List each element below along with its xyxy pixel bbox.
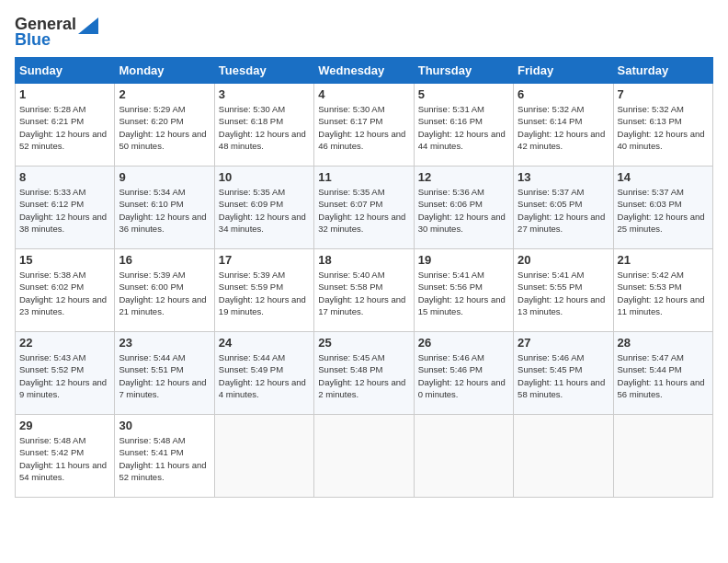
cell-info: Sunrise: 5:40 AMSunset: 5:58 PMDaylight:… (318, 270, 405, 316)
table-row: 19Sunrise: 5:41 AMSunset: 5:56 PMDayligh… (414, 249, 513, 332)
day-number: 12 (418, 170, 509, 184)
weekday-header-tuesday: Tuesday (214, 58, 313, 84)
weekday-header-saturday: Saturday (613, 58, 712, 84)
table-row (214, 415, 313, 498)
cell-info: Sunrise: 5:43 AMSunset: 5:52 PMDaylight:… (19, 352, 107, 399)
day-number: 24 (219, 336, 310, 350)
table-row: 20Sunrise: 5:41 AMSunset: 5:55 PMDayligh… (514, 249, 613, 332)
cell-info: Sunrise: 5:42 AMSunset: 5:53 PMDaylight:… (618, 270, 705, 316)
logo: General Blue (15, 15, 98, 50)
cell-info: Sunrise: 5:33 AMSunset: 6:12 PMDaylight:… (19, 187, 107, 234)
day-number: 20 (518, 253, 609, 267)
table-row: 17Sunrise: 5:39 AMSunset: 5:59 PMDayligh… (214, 249, 313, 332)
table-row (514, 415, 613, 498)
table-row (613, 415, 712, 498)
cell-info: Sunrise: 5:46 AMSunset: 5:46 PMDaylight:… (418, 352, 506, 399)
table-row: 28Sunrise: 5:47 AMSunset: 5:44 PMDayligh… (613, 332, 712, 415)
cell-info: Sunrise: 5:41 AMSunset: 5:56 PMDaylight:… (418, 270, 506, 316)
table-row: 11Sunrise: 5:35 AMSunset: 6:07 PMDayligh… (314, 167, 414, 249)
table-row: 23Sunrise: 5:44 AMSunset: 5:51 PMDayligh… (115, 332, 214, 415)
logo-icon (78, 17, 98, 34)
cell-info: Sunrise: 5:48 AMSunset: 5:41 PMDaylight:… (119, 435, 206, 482)
day-number: 7 (618, 87, 709, 101)
table-row (414, 415, 513, 498)
table-row: 6Sunrise: 5:32 AMSunset: 6:14 PMDaylight… (514, 84, 613, 167)
table-row: 22Sunrise: 5:43 AMSunset: 5:52 PMDayligh… (16, 332, 115, 415)
table-row: 3Sunrise: 5:30 AMSunset: 6:18 PMDaylight… (214, 84, 313, 167)
calendar-table: Sunday Monday Tuesday Wednesday Thursday… (15, 57, 713, 498)
table-row (314, 415, 414, 498)
table-row: 15Sunrise: 5:38 AMSunset: 6:02 PMDayligh… (16, 249, 115, 332)
day-number: 13 (518, 170, 609, 184)
cell-info: Sunrise: 5:31 AMSunset: 6:16 PMDaylight:… (418, 104, 506, 151)
table-row: 25Sunrise: 5:45 AMSunset: 5:48 PMDayligh… (314, 332, 414, 415)
weekday-header-sunday: Sunday (16, 58, 115, 84)
cell-info: Sunrise: 5:34 AMSunset: 6:10 PMDaylight:… (119, 187, 206, 234)
day-number: 9 (119, 170, 210, 184)
cell-info: Sunrise: 5:36 AMSunset: 6:06 PMDaylight:… (418, 187, 506, 234)
day-number: 26 (418, 336, 509, 350)
day-number: 18 (318, 253, 409, 267)
day-number: 30 (119, 419, 210, 432)
day-number: 23 (119, 336, 210, 350)
day-number: 5 (418, 87, 509, 101)
table-row: 29Sunrise: 5:48 AMSunset: 5:42 PMDayligh… (16, 415, 115, 498)
day-number: 17 (219, 253, 310, 267)
cell-info: Sunrise: 5:39 AMSunset: 5:59 PMDaylight:… (219, 270, 306, 316)
svg-marker-0 (78, 17, 98, 34)
day-number: 25 (318, 336, 409, 350)
cell-info: Sunrise: 5:37 AMSunset: 6:03 PMDaylight:… (618, 187, 705, 234)
day-number: 15 (19, 253, 110, 267)
weekday-header-thursday: Thursday (414, 58, 513, 84)
day-number: 1 (19, 87, 110, 101)
cell-info: Sunrise: 5:44 AMSunset: 5:51 PMDaylight:… (119, 352, 206, 399)
day-number: 3 (219, 87, 310, 101)
table-row: 16Sunrise: 5:39 AMSunset: 6:00 PMDayligh… (115, 249, 214, 332)
logo-blue-text: Blue (15, 30, 51, 50)
cell-info: Sunrise: 5:32 AMSunset: 6:14 PMDaylight:… (518, 104, 605, 151)
day-number: 22 (19, 336, 110, 350)
weekday-header-friday: Friday (514, 58, 613, 84)
day-number: 27 (518, 336, 609, 350)
table-row: 2Sunrise: 5:29 AMSunset: 6:20 PMDaylight… (115, 84, 214, 167)
cell-info: Sunrise: 5:30 AMSunset: 6:18 PMDaylight:… (219, 104, 306, 151)
table-row: 18Sunrise: 5:40 AMSunset: 5:58 PMDayligh… (314, 249, 414, 332)
day-number: 28 (618, 336, 709, 350)
table-row: 7Sunrise: 5:32 AMSunset: 6:13 PMDaylight… (613, 84, 712, 167)
day-number: 2 (119, 87, 210, 101)
cell-info: Sunrise: 5:46 AMSunset: 5:45 PMDaylight:… (518, 352, 605, 399)
table-row: 26Sunrise: 5:46 AMSunset: 5:46 PMDayligh… (414, 332, 513, 415)
cell-info: Sunrise: 5:38 AMSunset: 6:02 PMDaylight:… (19, 270, 107, 316)
cell-info: Sunrise: 5:47 AMSunset: 5:44 PMDaylight:… (618, 352, 705, 399)
day-number: 11 (318, 170, 409, 184)
day-number: 14 (618, 170, 709, 184)
day-number: 6 (518, 87, 609, 101)
day-number: 21 (618, 253, 709, 267)
cell-info: Sunrise: 5:35 AMSunset: 6:07 PMDaylight:… (318, 187, 405, 234)
table-row: 13Sunrise: 5:37 AMSunset: 6:05 PMDayligh… (514, 167, 613, 249)
cell-info: Sunrise: 5:41 AMSunset: 5:55 PMDaylight:… (518, 270, 605, 316)
day-number: 29 (19, 419, 110, 432)
weekday-header-wednesday: Wednesday (314, 58, 414, 84)
table-row: 8Sunrise: 5:33 AMSunset: 6:12 PMDaylight… (16, 167, 115, 249)
cell-info: Sunrise: 5:39 AMSunset: 6:00 PMDaylight:… (119, 270, 206, 316)
table-row: 27Sunrise: 5:46 AMSunset: 5:45 PMDayligh… (514, 332, 613, 415)
day-number: 19 (418, 253, 509, 267)
cell-info: Sunrise: 5:48 AMSunset: 5:42 PMDaylight:… (19, 435, 107, 482)
day-number: 4 (318, 87, 409, 101)
table-row: 9Sunrise: 5:34 AMSunset: 6:10 PMDaylight… (115, 167, 214, 249)
table-row: 1Sunrise: 5:28 AMSunset: 6:21 PMDaylight… (16, 84, 115, 167)
day-number: 10 (219, 170, 310, 184)
cell-info: Sunrise: 5:45 AMSunset: 5:48 PMDaylight:… (318, 352, 405, 399)
table-row: 10Sunrise: 5:35 AMSunset: 6:09 PMDayligh… (214, 167, 313, 249)
table-row: 4Sunrise: 5:30 AMSunset: 6:17 PMDaylight… (314, 84, 414, 167)
cell-info: Sunrise: 5:35 AMSunset: 6:09 PMDaylight:… (219, 187, 306, 234)
cell-info: Sunrise: 5:29 AMSunset: 6:20 PMDaylight:… (119, 104, 206, 151)
cell-info: Sunrise: 5:32 AMSunset: 6:13 PMDaylight:… (618, 104, 705, 151)
table-row: 21Sunrise: 5:42 AMSunset: 5:53 PMDayligh… (613, 249, 712, 332)
day-number: 16 (119, 253, 210, 267)
cell-info: Sunrise: 5:44 AMSunset: 5:49 PMDaylight:… (219, 352, 306, 399)
weekday-header-monday: Monday (115, 58, 214, 84)
table-row: 30Sunrise: 5:48 AMSunset: 5:41 PMDayligh… (115, 415, 214, 498)
cell-info: Sunrise: 5:30 AMSunset: 6:17 PMDaylight:… (318, 104, 405, 151)
